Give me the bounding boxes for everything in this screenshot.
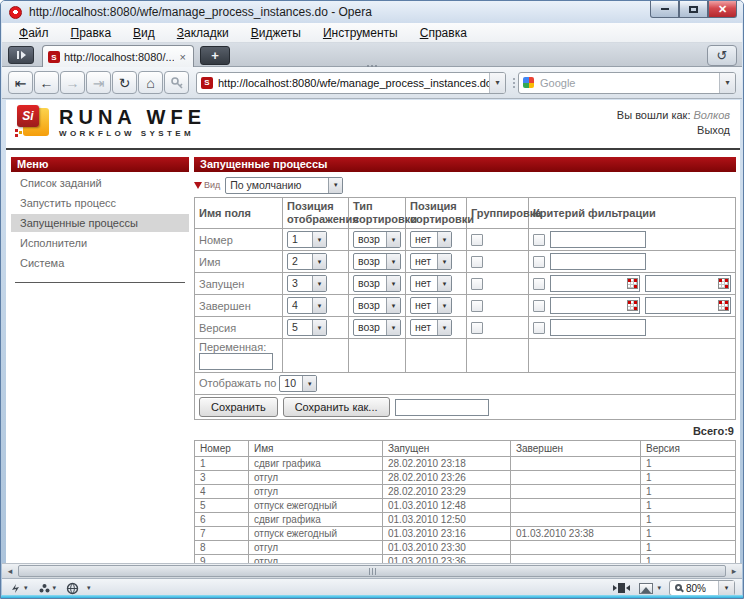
menu-item-Виджеты[interactable]: Виджеты [240, 26, 312, 40]
tab-active[interactable]: S http://localhost:8080/... × [42, 45, 194, 68]
grouping-checkbox[interactable] [471, 278, 483, 290]
sort-type-select[interactable]: возр▾ [353, 297, 401, 314]
sort-position-select[interactable]: нет▾ [410, 319, 452, 336]
sort-position-select[interactable]: нет▾ [410, 253, 452, 270]
zoom-control[interactable]: 80% ▾ [669, 580, 735, 596]
calendar-icon[interactable] [627, 300, 638, 311]
filter-value-input[interactable] [550, 319, 646, 336]
view-collapse-icon[interactable] [194, 182, 202, 189]
table-row[interactable]: 1сдвиг графика28.02.2010 23:181 [195, 457, 736, 471]
filter-checkbox[interactable] [533, 278, 545, 290]
zoom-dropdown-button[interactable]: ▾ [718, 581, 734, 595]
save-as-button[interactable]: Сохранить как... [283, 397, 390, 417]
table-cell: 01.03.2010 12:50 [383, 513, 511, 527]
horizontal-scrollbar[interactable]: ◂ ▸ [2, 563, 742, 578]
table-row[interactable]: 9отгул01.03.2010 23:361 [195, 555, 736, 564]
sort-position-select[interactable]: нет▾ [410, 231, 452, 248]
address-dropdown-button[interactable]: ▾ [489, 73, 505, 93]
menu-item-Вид[interactable]: Вид [122, 26, 166, 40]
opera-unite-button[interactable]: ▾ [38, 582, 57, 595]
view-select[interactable]: По умолчанию ▾ [225, 177, 343, 194]
address-url[interactable]: http://localhost:8080/wfe/manage_process… [218, 77, 489, 89]
position-select[interactable]: 2▾ [287, 253, 327, 270]
back-button[interactable]: ← [34, 71, 59, 94]
filter-checkbox[interactable] [533, 234, 545, 246]
search-input[interactable]: Google [540, 77, 719, 89]
sort-type-select[interactable]: возр▾ [353, 319, 401, 336]
sort-position-select[interactable]: нет▾ [410, 275, 452, 292]
toolbar-separator[interactable] [513, 78, 515, 88]
scrollbar-thumb[interactable] [18, 565, 726, 577]
calendar-icon[interactable] [718, 300, 729, 311]
chevron-down-icon: ▾ [312, 298, 326, 313]
variable-input[interactable] [199, 353, 273, 370]
sort-type-select[interactable]: возр▾ [353, 275, 401, 292]
minimize-button[interactable] [650, 1, 679, 18]
scroll-left-icon[interactable]: ◂ [2, 564, 18, 578]
position-select[interactable]: 5▾ [287, 319, 327, 336]
filter-checkbox[interactable] [533, 322, 545, 334]
back-to-start-button[interactable]: ⇤ [8, 71, 33, 94]
fast-forward-button[interactable]: ⇥ [86, 71, 111, 94]
position-select[interactable]: 3▾ [287, 275, 327, 292]
panel-toggle-button[interactable] [8, 46, 34, 64]
logout-link[interactable]: Выход [697, 123, 730, 138]
table-row[interactable]: 8отгул01.03.2010 23:301 [195, 541, 736, 555]
grouping-checkbox[interactable] [471, 300, 483, 312]
sort-type-select[interactable]: возр▾ [353, 231, 401, 248]
filter-value-input[interactable] [550, 231, 646, 248]
sidebar-item[interactable]: Система [11, 254, 189, 272]
table-row[interactable]: 7отпуск ежегодный01.03.2010 23:1601.03.2… [195, 527, 736, 541]
opera-link-button[interactable]: ▾ [9, 582, 28, 595]
search-dropdown-button[interactable]: ▾ [719, 73, 735, 93]
home-button[interactable]: ⌂ [138, 71, 163, 94]
grouping-checkbox[interactable] [471, 234, 483, 246]
table-row[interactable]: 3отгул28.02.2010 23:261 [195, 471, 736, 485]
menu-item-Правка[interactable]: Правка [60, 26, 123, 40]
unite-swirl-icon [38, 582, 51, 595]
chevron-down-icon: ▾ [386, 276, 400, 291]
close-button[interactable]: ✕ [708, 1, 737, 18]
position-select[interactable]: 4▾ [287, 297, 327, 314]
search-bar[interactable]: Google ▾ [518, 72, 736, 94]
calendar-icon[interactable] [627, 278, 638, 289]
save-as-name-input[interactable] [395, 399, 489, 416]
chevron-down-icon: ▾ [437, 298, 451, 313]
menu-item-Файл[interactable]: Файл [8, 26, 60, 40]
table-cell: сдвиг графика [249, 457, 383, 471]
wand-button[interactable] [164, 71, 189, 94]
globe-icon [66, 582, 79, 595]
maximize-button[interactable] [679, 1, 708, 18]
calendar-icon[interactable] [718, 278, 729, 289]
sidebar-item[interactable]: Запущенные процессы [11, 214, 189, 232]
fit-width-button[interactable] [613, 583, 630, 593]
images-toggle-button[interactable]: ▾ [639, 583, 661, 594]
table-row[interactable]: 5отпуск ежегодный01.03.2010 12:481 [195, 499, 736, 513]
filter-checkbox[interactable] [533, 300, 545, 312]
closed-tabs-button[interactable]: ↺ [707, 45, 737, 66]
filter-checkbox[interactable] [533, 256, 545, 268]
save-button[interactable]: Сохранить [199, 397, 278, 417]
menu-item-Справка[interactable]: Справка [409, 26, 478, 40]
menu-item-Инструменты[interactable]: Инструменты [312, 26, 409, 40]
page-size-select[interactable]: 10▾ [279, 375, 317, 392]
sidebar-item[interactable]: Исполнители [11, 234, 189, 252]
network-button[interactable]: ▾ [66, 582, 91, 595]
sort-position-select[interactable]: нет▾ [410, 297, 452, 314]
scroll-right-icon[interactable]: ▸ [726, 564, 742, 578]
menu-item-Закладки[interactable]: Закладки [166, 26, 240, 40]
sidebar-item[interactable]: Запустить процесс [11, 194, 189, 212]
table-row[interactable]: 4отгул28.02.2010 23:291 [195, 485, 736, 499]
table-row[interactable]: 6сдвиг графика01.03.2010 12:501 [195, 513, 736, 527]
address-bar[interactable]: S http://localhost:8080/wfe/manage_proce… [196, 72, 506, 94]
grouping-checkbox[interactable] [471, 256, 483, 268]
tab-close-icon[interactable]: × [178, 51, 188, 63]
position-select[interactable]: 1▾ [287, 231, 327, 248]
reload-button[interactable]: ↻ [112, 71, 137, 94]
filter-value-input[interactable] [550, 253, 646, 270]
new-tab-button[interactable]: + [200, 46, 230, 65]
sort-type-select[interactable]: возр▾ [353, 253, 401, 270]
sidebar-item[interactable]: Список заданий [11, 174, 189, 192]
forward-button[interactable]: → [60, 71, 85, 94]
grouping-checkbox[interactable] [471, 322, 483, 334]
